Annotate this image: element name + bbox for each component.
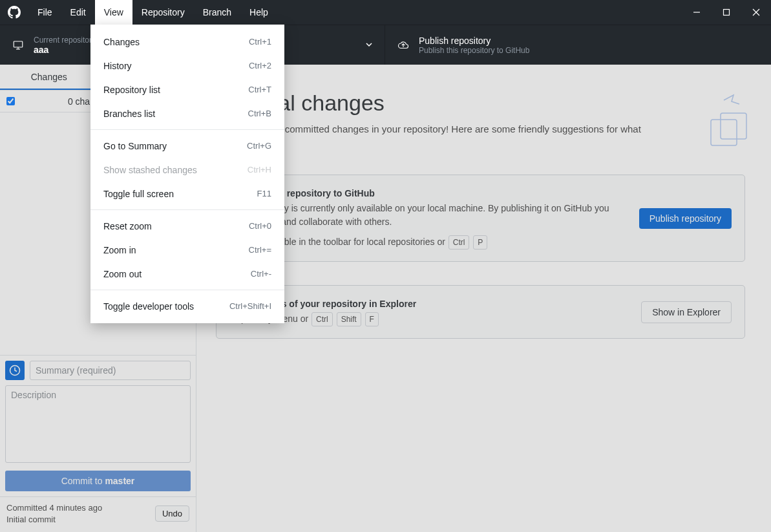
menu-item-label: Repository list: [103, 85, 160, 95]
svg-rect-1: [724, 10, 730, 16]
menu-view[interactable]: View: [95, 0, 132, 25]
kbd: Ctrl: [449, 235, 470, 250]
svg-rect-9: [721, 113, 746, 139]
menu-item-shortcut: F11: [257, 189, 271, 198]
monitor-icon: [12, 39, 25, 51]
publish-repository-button[interactable]: Publish repository: [639, 208, 732, 229]
menu-item-shortcut: Ctrl+=: [249, 245, 271, 255]
window-maximize[interactable]: [712, 0, 741, 25]
menu-item-shortcut: Ctrl+G: [247, 141, 271, 151]
svg-rect-8: [711, 120, 737, 145]
view-menu-item[interactable]: Zoom inCtrl+=: [90, 238, 284, 262]
summary-input[interactable]: [30, 361, 191, 380]
view-menu-item[interactable]: Branches listCtrl+B: [90, 101, 284, 125]
kbd: Ctrl: [312, 312, 333, 326]
current-repo-name: aaa: [34, 45, 96, 55]
card-explorer: View the files of your repository in Exp…: [216, 285, 745, 339]
current-repo-label: Current repository: [34, 36, 96, 45]
menu-help[interactable]: Help: [240, 0, 277, 25]
menu-item-label: Toggle developer tools: [103, 301, 194, 312]
menu-item-label: Go to Summary: [103, 141, 167, 151]
app-logo: [0, 0, 28, 25]
view-menu-dropdown: ChangesCtrl+1HistoryCtrl+2Repository lis…: [90, 25, 284, 323]
menu-item-shortcut: Ctrl+-: [251, 269, 271, 279]
menu-edit[interactable]: Edit: [61, 0, 95, 25]
menu-separator: [90, 129, 284, 130]
view-menu-item[interactable]: Toggle developer toolsCtrl+Shift+I: [90, 294, 284, 318]
menu-item-label: Reset zoom: [103, 221, 152, 231]
card-explorer-title: View the files of your repository in Exp…: [229, 297, 628, 311]
publish-title: Publish repository: [419, 36, 529, 46]
menu-separator: [90, 290, 284, 290]
headline: No local changes: [216, 90, 745, 116]
menu-item-shortcut: Ctrl+2: [249, 61, 271, 70]
menu-item-label: Show stashed changes: [103, 165, 197, 175]
kbd: Shift: [337, 312, 361, 326]
card-explorer-hint: Repository menu or Ctrl Shift F: [229, 312, 628, 326]
commit-status-time: Committed 4 minutes ago: [6, 502, 102, 514]
view-menu-item[interactable]: HistoryCtrl+2: [90, 54, 284, 78]
cloud-upload-icon: [397, 39, 410, 51]
commit-form: Commit to master: [0, 355, 196, 496]
menu-item-label: Branches list: [103, 109, 155, 119]
commit-status-message: Initial commit: [6, 514, 102, 526]
svg-rect-4: [14, 41, 23, 47]
view-menu-item[interactable]: Repository listCtrl+T: [90, 78, 284, 101]
show-in-explorer-button[interactable]: Show in Explorer: [641, 301, 732, 323]
view-menu-item[interactable]: ChangesCtrl+1: [90, 30, 284, 54]
menu-item-shortcut: Ctrl+0: [249, 221, 271, 231]
publish-repository-toolbar[interactable]: Publish repository Publish this reposito…: [385, 25, 771, 65]
view-menu-item[interactable]: Reset zoomCtrl+0: [90, 214, 284, 238]
menu-item-label: Zoom out: [103, 269, 142, 279]
kbd: P: [473, 235, 487, 250]
menu-item-shortcut: Ctrl+Shift+I: [229, 301, 271, 311]
menu-item-shortcut: Ctrl+1: [249, 37, 271, 47]
menu-item-label: History: [103, 61, 132, 71]
card-publish-body: This repository is currently only availa…: [229, 203, 609, 227]
menu-separator: [90, 209, 284, 210]
menu-repository[interactable]: Repository: [132, 0, 194, 25]
card-publish-title: Publish your repository to GitHub: [229, 187, 626, 200]
window-minimize[interactable]: [682, 0, 712, 25]
view-menu-item[interactable]: Toggle full screenF11: [90, 182, 284, 206]
menu-item-label: Changes: [103, 37, 140, 47]
tab-changes[interactable]: Changes: [0, 65, 98, 90]
view-menu-item[interactable]: Zoom outCtrl+-: [90, 262, 284, 286]
description-input[interactable]: [5, 385, 191, 463]
window-close[interactable]: [741, 0, 771, 25]
menu-file[interactable]: File: [28, 0, 61, 25]
menu-item-shortcut: Ctrl+B: [248, 109, 271, 118]
card-publish-hint: Always available in the toolbar for loca…: [229, 235, 626, 250]
illustration-cloud: [675, 90, 753, 155]
card-publish: Publish your repository to GitHub This r…: [216, 175, 745, 262]
avatar: [5, 361, 25, 380]
menu-item-shortcut: Ctrl+T: [248, 85, 271, 94]
undo-button[interactable]: Undo: [155, 505, 189, 522]
menubar: File Edit View Repository Branch Help: [0, 0, 771, 25]
view-menu-item: Show stashed changesCtrl+H: [90, 158, 284, 182]
select-all-changes-checkbox[interactable]: [6, 97, 15, 105]
menu-branch[interactable]: Branch: [194, 0, 240, 25]
kbd: F: [365, 312, 379, 326]
menu-item-label: Zoom in: [103, 245, 136, 255]
menu-item-label: Toggle full screen: [103, 189, 174, 199]
commit-status: Committed 4 minutes ago Initial commit U…: [0, 496, 196, 532]
menu-item-shortcut: Ctrl+H: [248, 165, 271, 175]
commit-button[interactable]: Commit to master: [5, 471, 191, 491]
chevron-down-icon: [365, 39, 373, 51]
publish-subtitle: Publish this repository to GitHub: [419, 46, 529, 55]
view-menu-item[interactable]: Go to SummaryCtrl+G: [90, 134, 284, 158]
